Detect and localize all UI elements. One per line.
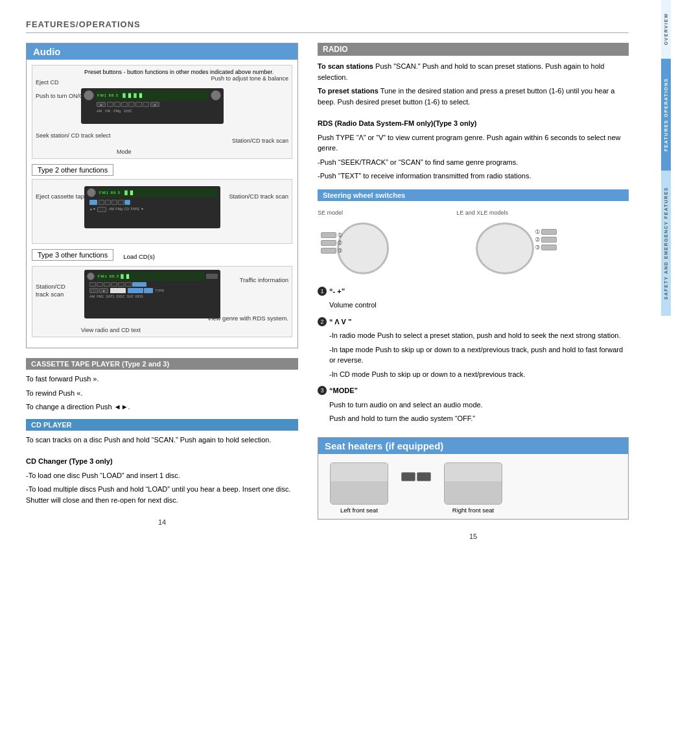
type3-diagram: Station/CDtrack scan Traffic information… [32, 266, 292, 337]
view-radio-label: View radio and CD text [81, 327, 141, 333]
rds-header: RDS (Radio Data System-FM only)(Type 3 o… [318, 118, 629, 129]
left-seat-mock [330, 462, 388, 505]
radio-unit-type2: FM1 88.5 ▐▌▐▌ [84, 186, 220, 228]
seat-diagram: Left front seat [323, 459, 623, 517]
load-cds-label: Load CD(s) [123, 253, 155, 260]
right-seat-label: Right front seat [444, 507, 502, 514]
radio-unit-main: FM1 88.5 ▐▌▐▌▐▌▐▌ ▲ [81, 88, 224, 124]
cd-player-header: CD PLAYER [26, 419, 298, 431]
load-multiple-text: -To load multiple discs Push and hold “L… [26, 484, 298, 505]
sidebar: OVERVIEW FEATURES OPERATIONS SAFETY AND … [648, 0, 671, 742]
seat-heater-header: Seat heaters (if equipped) [318, 438, 628, 454]
eject-cd-label: Eject CD [36, 78, 59, 87]
eject-cassette-label: Eject cassette tape [36, 193, 88, 200]
push-balance-label: Push to adjust tone & balance [211, 75, 288, 83]
item3-content: “MODE” Push to turn audio on and select … [329, 385, 483, 427]
station-scan-label: Station/CD track scan [229, 193, 288, 200]
num-circle-1: 1 [318, 287, 327, 296]
radio-section: RADIO To scan stations Push "SCAN." Push… [318, 43, 629, 182]
type3-label-box: Type 3 other functions Load CD(s) [32, 249, 292, 264]
left-page-number: 14 [26, 518, 298, 526]
num-circle-2: 2 [318, 317, 327, 326]
seat-heater-section: Seat heaters (if equipped) Left front se… [318, 437, 629, 520]
le-xle-steering-wheel: ➀ ➁ ➂ [456, 219, 560, 278]
traffic-label: Traffic information [240, 276, 289, 284]
right-seat-container: Right front seat [444, 462, 502, 514]
fast-forward-text: To fast forward Push ». [26, 374, 298, 385]
sidebar-tab-safety: SAFETY AND EMERGENCY FEATURES [661, 171, 671, 316]
radio-header: RADIO [318, 43, 629, 56]
scan-stations-text: To scan stations Push "SCAN." Push and h… [318, 61, 629, 82]
left-seat-container: Left front seat [330, 462, 388, 514]
station-cd-label: Station/CD track scan [232, 138, 288, 145]
type3-title: Type 3 other functions [32, 249, 113, 261]
seat-heater-diagram: Left front seat [318, 454, 628, 519]
num-circle-3: 3 [318, 386, 327, 395]
steering-header: Steering wheel switches [318, 189, 629, 201]
se-steering-wheel: ➀ ➁ ➂ [318, 219, 402, 278]
audio-section: Audio Eject CD Preset buttons - button f… [26, 43, 298, 348]
se-model-label: SE model [318, 209, 450, 216]
item2-content: “ Λ V ” -In radio mode Push to select a … [329, 317, 629, 383]
steering-section: Steering wheel switches SE model ➀ [318, 189, 629, 427]
audio-inner: Eject CD Preset buttons - button functio… [27, 60, 298, 348]
type2-diagram: Eject cassette tape Station/CD track sca… [32, 179, 292, 244]
type2-label-box: Type 2 other functions [32, 164, 292, 179]
load-one-text: -To load one disc Push “LOAD” and insert… [26, 470, 298, 481]
le-xle-model-label: LE and XLE models [456, 209, 629, 216]
steering-item2: 2 “ Λ V ” -In radio mode Push to select … [318, 317, 629, 383]
sidebar-tab-overview: OVERVIEW [661, 0, 671, 58]
sidebar-tab-features: FEATURES OPERATIONS [661, 58, 671, 171]
preset-stations-text: To preset stations Tune in the desired s… [318, 86, 629, 107]
right-page-number: 15 [318, 533, 629, 540]
right-seat-mock [444, 462, 502, 505]
rewind-text: To rewind Push «. [26, 388, 298, 399]
seat-switches [401, 472, 431, 481]
scan-tracks-text: To scan tracks on a disc Push and hold “… [26, 435, 298, 446]
main-radio-diagram: Eject CD Preset buttons - button functio… [32, 65, 292, 159]
cassette-header: CASSETTE TAPE PLAYER (Type 2 and 3) [26, 358, 298, 370]
cassette-section: CASSETTE TAPE PLAYER (Type 2 and 3) To f… [26, 358, 298, 413]
seek-label: Seek station/ CD track select [36, 132, 111, 140]
radio-unit-type3: FM1 88.5 ▐▌▐▌ [84, 270, 220, 318]
station-cd-track-scan: Station/CDtrack scan [36, 283, 65, 299]
seat-switch-row [401, 472, 431, 481]
rds-text1: Push TYPE “Λ” or “V” to view current pro… [318, 132, 629, 154]
cd-player-section: CD PLAYER To scan tracks on a disc Push … [26, 419, 298, 506]
mode-label: Mode [117, 149, 132, 155]
type2-title: Type 2 other functions [32, 164, 113, 176]
page-title: FEATURES/OPERATIONS [26, 19, 629, 33]
rds-text2: -Push “SEEK/TRACK” or “SCAN” to find sam… [318, 157, 629, 168]
rds-text3: -Push “TEXT” to receive information tran… [318, 171, 629, 182]
item1-content: “- +” Volume control [329, 286, 377, 314]
audio-header: Audio [27, 43, 298, 60]
steering-item1: 1 “- +” Volume control [318, 286, 629, 314]
change-direction-text: To change a direction Push ◄►. [26, 401, 298, 413]
left-seat-label: Left front seat [330, 507, 388, 514]
steering-item3: 3 “MODE” Push to turn audio on and selec… [318, 385, 629, 427]
cd-changer-header: CD Changer (Type 3 only) [26, 456, 298, 467]
